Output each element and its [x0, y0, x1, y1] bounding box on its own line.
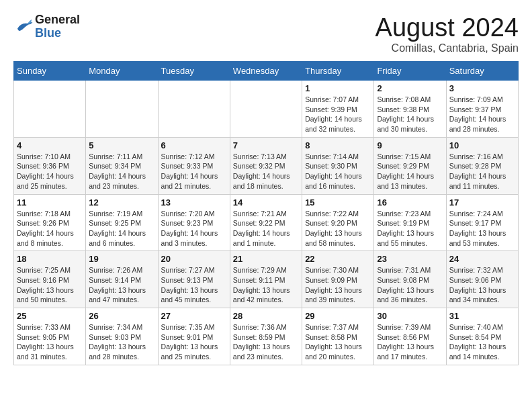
day-info: Sunrise: 7:36 AMSunset: 8:59 PMDaylight:… [233, 322, 299, 362]
calendar-week-2: 4Sunrise: 7:10 AMSunset: 9:36 PMDaylight… [14, 137, 519, 194]
calendar-cell: 31Sunrise: 7:40 AMSunset: 8:54 PMDayligh… [446, 308, 518, 365]
day-number: 26 [89, 311, 154, 321]
column-header-wednesday: Wednesday [230, 62, 302, 81]
day-info: Sunrise: 7:30 AMSunset: 9:09 PMDaylight:… [305, 265, 371, 305]
day-info: Sunrise: 7:23 AMSunset: 9:19 PMDaylight:… [377, 209, 443, 248]
calendar-cell: 1Sunrise: 7:07 AMSunset: 9:39 PMDaylight… [302, 81, 374, 138]
calendar-cell: 18Sunrise: 7:25 AMSunset: 9:16 PMDayligh… [14, 251, 86, 308]
day-info: Sunrise: 7:12 AMSunset: 9:33 PMDaylight:… [161, 152, 227, 191]
day-number: 6 [161, 140, 227, 150]
day-number: 17 [449, 197, 515, 208]
calendar-cell: 6Sunrise: 7:12 AMSunset: 9:33 PMDaylight… [158, 137, 230, 194]
calendar-cell [14, 81, 86, 138]
day-info: Sunrise: 7:16 AMSunset: 9:28 PMDaylight:… [449, 152, 515, 191]
day-info: Sunrise: 7:24 AMSunset: 9:17 PMDaylight:… [449, 209, 515, 248]
column-header-monday: Monday [86, 62, 158, 81]
day-number: 11 [17, 197, 83, 208]
day-info: Sunrise: 7:35 AMSunset: 9:01 PMDaylight:… [161, 322, 227, 362]
calendar-cell: 20Sunrise: 7:27 AMSunset: 9:13 PMDayligh… [158, 251, 230, 308]
calendar-cell: 26Sunrise: 7:34 AMSunset: 9:03 PMDayligh… [86, 308, 158, 365]
day-info: Sunrise: 7:15 AMSunset: 9:29 PMDaylight:… [377, 152, 443, 191]
day-number: 15 [305, 197, 371, 208]
logo-general: General [35, 13, 80, 27]
day-info: Sunrise: 7:31 AMSunset: 9:08 PMDaylight:… [377, 265, 443, 305]
day-number: 5 [89, 140, 154, 150]
day-number: 20 [161, 254, 227, 264]
month-title: August 2024 [375, 13, 519, 42]
logo: General Blue [13, 13, 80, 40]
day-number: 22 [305, 254, 371, 264]
day-info: Sunrise: 7:08 AMSunset: 9:38 PMDaylight:… [377, 95, 443, 134]
calendar-cell: 7Sunrise: 7:13 AMSunset: 9:32 PMDaylight… [230, 137, 302, 194]
column-header-sunday: Sunday [14, 62, 86, 81]
day-info: Sunrise: 7:13 AMSunset: 9:32 PMDaylight:… [233, 152, 299, 191]
day-number: 19 [89, 254, 154, 264]
day-number: 2 [377, 83, 443, 93]
calendar-cell: 19Sunrise: 7:26 AMSunset: 9:14 PMDayligh… [86, 251, 158, 308]
day-info: Sunrise: 7:20 AMSunset: 9:23 PMDaylight:… [161, 209, 227, 248]
day-info: Sunrise: 7:07 AMSunset: 9:39 PMDaylight:… [305, 95, 371, 134]
column-header-friday: Friday [374, 62, 446, 81]
calendar-cell: 14Sunrise: 7:21 AMSunset: 9:22 PMDayligh… [230, 194, 302, 251]
calendar-week-3: 11Sunrise: 7:18 AMSunset: 9:26 PMDayligh… [14, 194, 519, 251]
day-number: 3 [449, 83, 515, 93]
calendar-cell: 15Sunrise: 7:22 AMSunset: 9:20 PMDayligh… [302, 194, 374, 251]
day-info: Sunrise: 7:34 AMSunset: 9:03 PMDaylight:… [89, 322, 154, 362]
calendar-cell: 23Sunrise: 7:31 AMSunset: 9:08 PMDayligh… [374, 251, 446, 308]
calendar-cell: 12Sunrise: 7:19 AMSunset: 9:25 PMDayligh… [86, 194, 158, 251]
day-info: Sunrise: 7:10 AMSunset: 9:36 PMDaylight:… [17, 152, 83, 191]
calendar-cell: 24Sunrise: 7:32 AMSunset: 9:06 PMDayligh… [446, 251, 518, 308]
day-number: 30 [377, 311, 443, 321]
calendar-cell: 4Sunrise: 7:10 AMSunset: 9:36 PMDaylight… [14, 137, 86, 194]
calendar-cell: 16Sunrise: 7:23 AMSunset: 9:19 PMDayligh… [374, 194, 446, 251]
day-number: 12 [89, 197, 154, 208]
calendar-cell: 8Sunrise: 7:14 AMSunset: 9:30 PMDaylight… [302, 137, 374, 194]
calendar-week-5: 25Sunrise: 7:33 AMSunset: 9:05 PMDayligh… [14, 308, 519, 365]
calendar-cell: 11Sunrise: 7:18 AMSunset: 9:26 PMDayligh… [14, 194, 86, 251]
calendar-week-1: 1Sunrise: 7:07 AMSunset: 9:39 PMDaylight… [14, 81, 519, 138]
calendar-cell: 29Sunrise: 7:37 AMSunset: 8:58 PMDayligh… [302, 308, 374, 365]
day-info: Sunrise: 7:29 AMSunset: 9:11 PMDaylight:… [233, 265, 299, 305]
location: Comillas, Cantabria, Spain [375, 42, 519, 54]
day-number: 18 [17, 254, 83, 264]
day-number: 21 [233, 254, 299, 264]
calendar-cell: 22Sunrise: 7:30 AMSunset: 9:09 PMDayligh… [302, 251, 374, 308]
logo-blue: Blue [35, 27, 80, 40]
day-number: 23 [377, 254, 443, 264]
logo-icon [13, 18, 34, 35]
day-info: Sunrise: 7:27 AMSunset: 9:13 PMDaylight:… [161, 265, 227, 305]
calendar-cell: 30Sunrise: 7:39 AMSunset: 8:56 PMDayligh… [374, 308, 446, 365]
day-info: Sunrise: 7:25 AMSunset: 9:16 PMDaylight:… [17, 265, 83, 305]
day-info: Sunrise: 7:33 AMSunset: 9:05 PMDaylight:… [17, 322, 83, 362]
title-section: August 2024 Comillas, Cantabria, Spain [375, 13, 519, 54]
day-info: Sunrise: 7:11 AMSunset: 9:34 PMDaylight:… [89, 152, 154, 191]
calendar-cell: 21Sunrise: 7:29 AMSunset: 9:11 PMDayligh… [230, 251, 302, 308]
day-info: Sunrise: 7:26 AMSunset: 9:14 PMDaylight:… [89, 265, 154, 305]
day-number: 10 [449, 140, 515, 150]
day-info: Sunrise: 7:40 AMSunset: 8:54 PMDaylight:… [449, 322, 515, 362]
calendar-cell [158, 81, 230, 138]
day-info: Sunrise: 7:18 AMSunset: 9:26 PMDaylight:… [17, 209, 83, 248]
calendar-cell: 5Sunrise: 7:11 AMSunset: 9:34 PMDaylight… [86, 137, 158, 194]
day-number: 4 [17, 140, 83, 150]
calendar-cell: 25Sunrise: 7:33 AMSunset: 9:05 PMDayligh… [14, 308, 86, 365]
calendar-cell: 10Sunrise: 7:16 AMSunset: 9:28 PMDayligh… [446, 137, 518, 194]
calendar-header: SundayMondayTuesdayWednesdayThursdayFrid… [14, 62, 519, 81]
calendar-body: 1Sunrise: 7:07 AMSunset: 9:39 PMDaylight… [14, 81, 519, 365]
day-info: Sunrise: 7:19 AMSunset: 9:25 PMDaylight:… [89, 209, 154, 248]
calendar-cell: 2Sunrise: 7:08 AMSunset: 9:38 PMDaylight… [374, 81, 446, 138]
day-number: 16 [377, 197, 443, 208]
calendar-cell: 17Sunrise: 7:24 AMSunset: 9:17 PMDayligh… [446, 194, 518, 251]
day-info: Sunrise: 7:22 AMSunset: 9:20 PMDaylight:… [305, 209, 371, 248]
calendar-table: SundayMondayTuesdayWednesdayThursdayFrid… [13, 61, 519, 365]
day-number: 27 [161, 311, 227, 321]
day-number: 8 [305, 140, 371, 150]
day-info: Sunrise: 7:39 AMSunset: 8:56 PMDaylight:… [377, 322, 443, 362]
calendar-cell [86, 81, 158, 138]
day-info: Sunrise: 7:37 AMSunset: 8:58 PMDaylight:… [305, 322, 371, 362]
day-number: 7 [233, 140, 299, 150]
day-number: 1 [305, 83, 371, 93]
column-header-tuesday: Tuesday [158, 62, 230, 81]
column-header-saturday: Saturday [446, 62, 518, 81]
calendar-cell: 9Sunrise: 7:15 AMSunset: 9:29 PMDaylight… [374, 137, 446, 194]
